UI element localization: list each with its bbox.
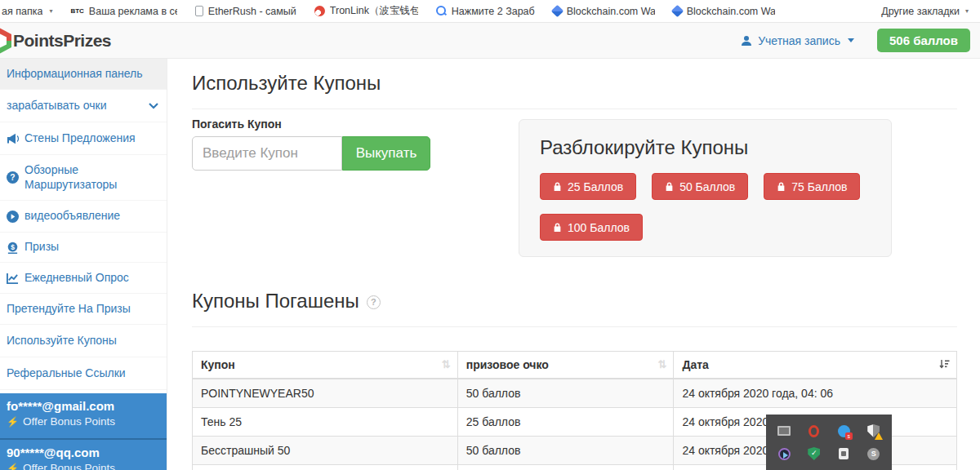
sidebar-item-label: Обзорные Маршрутизаторы [24, 163, 155, 192]
account-label: Учетная запись [758, 34, 840, 47]
history-title: Купоны Погашены [192, 290, 359, 313]
cell-date: 24 октября 2020 года, 04: 06 [674, 379, 957, 407]
button-label: 25 Баллов [568, 180, 623, 193]
chevron-down-icon: ▾ [49, 7, 52, 15]
other-bookmarks-button[interactable]: Другие закладки ▾ [881, 6, 969, 17]
referral-item-qq[interactable]: 90*****@qq.com ⚡ Offer Bonus Points [0, 438, 167, 470]
chart-line-icon [7, 273, 24, 284]
column-header-points[interactable]: призовое очко ⇅ [457, 352, 674, 379]
sidebar-item-earn-points[interactable]: зарабатывать очки [0, 90, 167, 122]
referral-offer-label: Offer Bonus Points [23, 415, 115, 428]
main-content: Используйте Купоны Погасить Купон Выкупа… [167, 59, 980, 470]
lock-icon [553, 181, 562, 192]
page-title: Используйте Купоны [192, 72, 381, 95]
tronlink-icon [314, 6, 325, 16]
bookmark-btc-ad[interactable]: BTC Ваша реклама в се [70, 6, 176, 17]
coupon-input-group: Выкупать [192, 136, 430, 171]
button-label: 50 Баллов [679, 180, 735, 193]
svg-text:$: $ [11, 242, 15, 251]
opera-icon[interactable] [807, 424, 821, 438]
svg-text:?: ? [10, 173, 15, 182]
bookmark-folder[interactable]: ая папка ▾ [2, 6, 52, 17]
column-header-coupon[interactable]: Купон ⇅ [193, 352, 458, 379]
sidebar-item-survey-routers[interactable]: ? Обзорные Маршрутизаторы [0, 155, 167, 201]
cell-coupon: Бесстрашный 50 [193, 436, 458, 464]
unlock-50-button[interactable]: 50 Баллов [652, 173, 748, 200]
bookmark-tronlink[interactable]: TronLink（波宝钱包 [314, 4, 418, 18]
referral-item-gmail[interactable]: fo*****@gmail.com ⚡ Offer Bonus Points [0, 393, 167, 438]
cell-points: 25 баллов [457, 407, 674, 436]
cell-points: 50 баллов [457, 436, 674, 464]
bookmark-label: Blockchain.com Wa [687, 6, 775, 17]
sidebar-item-label: Ежедневный Опрос [24, 271, 129, 286]
sidebar-item-label: Претендуйте На Призы [7, 302, 131, 317]
media-player-icon[interactable] [777, 447, 791, 461]
sidebar-item-daily-poll[interactable]: Ежедневный Опрос [0, 263, 167, 294]
sidebar-item-use-coupons[interactable]: Используйте Купоны [0, 325, 167, 357]
bookmark-label: Blockchain.com Wa [567, 6, 655, 17]
chevron-down-icon [848, 38, 854, 42]
help-icon[interactable]: ? [367, 295, 381, 309]
sidebar-item-dashboard[interactable]: Информационная панель [0, 59, 167, 90]
unlock-coupons-panel: Разблокируйте Купоны 25 Баллов 50 Баллов… [519, 119, 892, 257]
bookmark-etherrush[interactable]: EtherRush - самый [195, 6, 296, 17]
column-label: Купон [201, 358, 235, 371]
remote-desktop-icon[interactable] [777, 424, 791, 438]
unlock-100-button[interactable]: 100 Баллов [540, 214, 643, 241]
account-menu[interactable]: Учетная запись [741, 34, 854, 47]
site-header: PointsPrizes Учетная запись 506 баллов [0, 23, 980, 59]
brand-name: PointsPrizes [13, 31, 111, 51]
bookmark-label: EtherRush - самый [208, 6, 296, 17]
cell-coupon: POINTYNEWYEAR50 [193, 379, 458, 407]
chevron-down-icon [149, 103, 158, 109]
lock-icon [777, 181, 786, 192]
bookmark-blockchain-1[interactable]: Blockchain.com Wa [553, 6, 655, 17]
sidebar-item-label: Информационная панель [7, 67, 143, 82]
bookmark-label: Ваша реклама в се [89, 6, 177, 17]
antivirus-shield-icon[interactable]: ✓ [807, 447, 821, 461]
bookmark-label: TronLink（波宝钱包 [330, 4, 418, 18]
unlock-25-button[interactable]: 25 Баллов [540, 173, 636, 200]
skype-icon[interactable]: S [866, 447, 880, 461]
sidebar-item-prizes[interactable]: $ Призы [0, 233, 167, 263]
column-header-date[interactable]: Дата [674, 352, 957, 379]
history-title-row: Купоны Погашены ? [192, 290, 381, 313]
hotspot-device-icon[interactable] [837, 447, 851, 461]
sidebar-item-label: Реферальные Ссылки [7, 366, 126, 381]
points-badge[interactable]: 506 баллов [877, 29, 970, 52]
sidebar-item-label: Призы [24, 240, 59, 255]
divider [192, 326, 957, 327]
cell-points [457, 464, 674, 470]
table-header-row: Купон ⇅ призовое очко ⇅ Дата [193, 352, 957, 379]
unlock-75-button[interactable]: 75 Баллов [764, 173, 860, 200]
sort-icon: ⇅ [658, 358, 667, 370]
referral-email: fo*****@gmail.com [7, 399, 160, 413]
pointsprizes-hexagon-icon [0, 28, 11, 54]
divider [192, 109, 957, 109]
table-row: POINTYNEWYEAR50 50 баллов 24 октября 202… [193, 379, 957, 407]
coupon-input[interactable] [192, 136, 342, 171]
blockchain-icon [670, 5, 684, 18]
bookmark-label: ая папка [2, 6, 42, 17]
unlock-panel-title: Разблокируйте Купоны [540, 136, 871, 159]
windows-defender-icon[interactable] [866, 424, 880, 438]
sidebar-item-label: видеообъявление [24, 209, 120, 224]
sidebar: Информационная панель зарабатывать очки … [0, 59, 167, 470]
sort-desc-icon [939, 359, 950, 372]
sidebar-item-video-ads[interactable]: видеообъявление [0, 201, 167, 233]
sidebar-item-label: Стены Предложения [24, 131, 136, 146]
btc-icon: BTC [70, 7, 83, 15]
bookmark-earn[interactable]: Нажмите 2 Зараб [436, 6, 535, 17]
redeem-button[interactable]: Выкупать [342, 136, 430, 171]
sidebar-item-claim-prizes[interactable]: Претендуйте На Призы [0, 294, 167, 325]
sidebar-item-referral-links[interactable]: Реферальные Ссылки [0, 357, 167, 390]
shadowsocks-icon[interactable] [837, 424, 851, 438]
brand-logo[interactable]: PointsPrizes [0, 23, 111, 58]
bookmark-blockchain-2[interactable]: Blockchain.com Wa [673, 6, 775, 17]
bolt-icon: ⚡ [7, 416, 19, 428]
chevron-down-icon: ▾ [965, 7, 969, 15]
sidebar-item-offer-walls[interactable]: Стены Предложения [0, 122, 167, 155]
lock-icon [553, 222, 562, 233]
megaphone-icon [7, 133, 24, 144]
redeem-coupon-label: Погасить Купон [192, 118, 282, 131]
